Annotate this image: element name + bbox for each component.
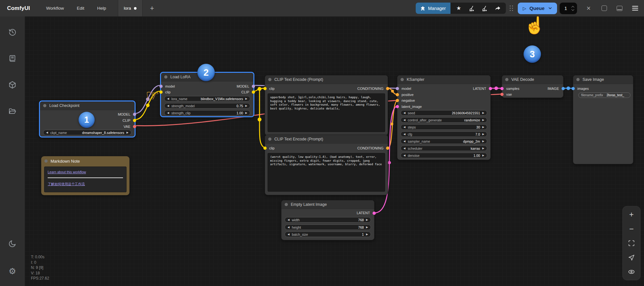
widget-right-arrow-icon[interactable]: ▶ <box>482 126 484 129</box>
output-port-model[interactable] <box>133 113 136 116</box>
collapse-dot-icon[interactable] <box>164 75 167 79</box>
widget-left-arrow-icon[interactable]: ◀ <box>167 105 169 107</box>
output-port-latent[interactable] <box>373 212 376 215</box>
theme-toggle-moon-icon[interactable] <box>6 237 19 250</box>
toggle-link-visibility-eye-button[interactable] <box>627 267 636 277</box>
node-empty-latent-image[interactable]: Empty Latent Image LATENT ◀ width 768 ▶ … <box>281 200 374 240</box>
output-port-clip[interactable] <box>133 119 136 122</box>
menu-workflow[interactable]: Workflow <box>43 4 67 13</box>
zoom-in-button[interactable]: + <box>627 210 636 219</box>
widget-width[interactable]: ◀ width 768 ▶ <box>285 217 371 223</box>
output-port-conditioning[interactable] <box>386 147 389 150</box>
widget-denoise[interactable]: ◀ denoise 1.00 ▶ <box>401 153 487 158</box>
output-port-image[interactable] <box>562 87 565 90</box>
node-header[interactable]: Markdown Note <box>41 156 129 166</box>
output-port-conditioning[interactable] <box>386 87 389 90</box>
empty-panel-icon[interactable] <box>600 5 608 12</box>
widget-right-arrow-icon[interactable]: ▶ <box>482 133 484 136</box>
widget-right-arrow-icon[interactable]: ▶ <box>482 112 484 114</box>
node-header[interactable]: KSampler <box>397 75 490 84</box>
node-header[interactable]: VAE Decode <box>502 75 563 84</box>
queue-button[interactable]: ▷ Queue <box>518 3 557 14</box>
node-ksampler[interactable]: KSampler model positive negative latent_… <box>397 75 491 160</box>
collapse-dot-icon[interactable] <box>44 159 48 163</box>
widget-right-arrow-icon[interactable]: ▶ <box>482 119 484 121</box>
collapse-dot-icon[interactable] <box>268 78 271 81</box>
new-workflow-button[interactable]: + <box>147 4 157 13</box>
menu-edit[interactable]: Edit <box>74 4 88 13</box>
widget-left-arrow-icon[interactable]: ◀ <box>403 119 405 121</box>
input-port-clip[interactable] <box>263 87 267 90</box>
widget-right-arrow-icon[interactable]: ▶ <box>482 147 484 150</box>
widget-right-arrow-icon[interactable]: ▶ <box>245 112 247 114</box>
widget-batch-size[interactable]: ◀ batch_size 1 ▶ <box>285 232 371 237</box>
clear-queue-icon[interactable]: × <box>585 5 592 12</box>
workflow-tab[interactable]: lora <box>118 0 143 16</box>
widget-left-arrow-icon[interactable]: ◀ <box>403 126 405 129</box>
output-port-clip[interactable] <box>252 91 255 94</box>
input-port-samples[interactable] <box>500 87 504 90</box>
input-port-clip[interactable] <box>159 91 163 94</box>
widget-left-arrow-icon[interactable]: ◀ <box>167 112 169 114</box>
node-header[interactable]: CLIP Text Encode (Prompt) <box>265 135 388 144</box>
input-port-latent-image[interactable] <box>396 105 399 108</box>
node-header[interactable]: Load Checkpoint <box>40 101 135 110</box>
widget-left-arrow-icon[interactable]: ◀ <box>403 133 405 136</box>
node-markdown-note[interactable]: Markdown Note Learn about this workflow … <box>41 156 129 195</box>
widget-right-arrow-icon[interactable]: ▶ <box>366 226 368 229</box>
widget-left-arrow-icon[interactable]: ◀ <box>288 219 289 221</box>
input-port-clip[interactable] <box>263 147 267 150</box>
hamburger-menu-icon[interactable] <box>631 5 639 12</box>
widget-right-arrow-icon[interactable]: ▶ <box>245 105 247 107</box>
widget-strength-model[interactable]: ◀ strength_model 0.75 ▶ <box>164 103 250 109</box>
widget-left-arrow-icon[interactable]: ◀ <box>167 98 169 100</box>
widget-right-arrow-icon[interactable]: ▶ <box>366 233 368 236</box>
share-icon[interactable] <box>492 4 503 13</box>
widget-right-arrow-icon[interactable]: ▶ <box>482 154 484 157</box>
input-port-positive[interactable] <box>396 93 399 96</box>
node-header[interactable]: Save Image <box>573 75 633 84</box>
widget-ckpt-name[interactable]: ◀ ckpt_name dreamshaper_8.safetensors ▶ <box>43 130 131 135</box>
collapse-dot-icon[interactable] <box>505 78 508 81</box>
toolbar-drag-handle-icon[interactable] <box>510 5 513 11</box>
node-save-image[interactable]: Save Image images filename_prefix 2loras… <box>573 75 633 164</box>
widget-seed[interactable]: ◀ seed 261660645921551 ▶ <box>401 110 487 116</box>
widget-right-arrow-icon[interactable]: ▶ <box>245 98 247 100</box>
node-library-icon[interactable] <box>6 52 19 65</box>
input-port-vae[interactable] <box>500 93 504 96</box>
menu-help[interactable]: Help <box>94 4 109 13</box>
batch-count-stepper[interactable]: 1 <box>560 3 577 14</box>
node-clip-text-encode-positive[interactable]: CLIP Text Encode (Prompt) clip CONDITION… <box>265 75 388 136</box>
input-port-images[interactable] <box>572 87 575 90</box>
node-header[interactable]: CLIP Text Encode (Prompt) <box>265 75 388 84</box>
settings-gear-icon[interactable]: ⚙ <box>6 265 19 278</box>
widget-left-arrow-icon[interactable]: ◀ <box>46 131 48 134</box>
vacuum-icon-2[interactable] <box>479 4 490 13</box>
output-port-model[interactable] <box>252 85 255 88</box>
widget-cfg[interactable]: ◀ cfg 7.0 ▶ <box>401 131 487 137</box>
bottom-panel-icon[interactable] <box>616 5 623 12</box>
chevron-up-icon[interactable] <box>571 6 575 8</box>
widget-left-arrow-icon[interactable]: ◀ <box>288 233 289 236</box>
queue-history-icon[interactable] <box>6 25 19 38</box>
widget-right-arrow-icon[interactable]: ▶ <box>127 131 128 134</box>
widget-sampler-name[interactable]: ◀ sampler_name dpmpp_2m ▶ <box>401 138 487 144</box>
widget-left-arrow-icon[interactable]: ◀ <box>288 226 289 229</box>
input-port-negative[interactable] <box>396 99 399 102</box>
output-port-vae[interactable] <box>133 125 136 128</box>
collapse-dot-icon[interactable] <box>43 104 46 107</box>
star-icon[interactable]: ★ <box>453 4 465 13</box>
manager-button[interactable]: Manager <box>416 3 450 14</box>
output-port-latent[interactable] <box>489 87 492 90</box>
chevron-down-icon[interactable] <box>571 9 575 11</box>
model-library-icon[interactable] <box>6 78 19 91</box>
widget-left-arrow-icon[interactable]: ◀ <box>403 140 405 143</box>
node-header[interactable]: Empty Latent Image <box>281 200 374 209</box>
prompt-textarea[interactable]: (worst quality, low quality:1.4), (bad a… <box>268 153 385 192</box>
widget-height[interactable]: ◀ height 768 ▶ <box>285 224 371 230</box>
collapse-dot-icon[interactable] <box>401 78 404 81</box>
collapse-dot-icon[interactable] <box>285 203 288 206</box>
widget-filename-prefix[interactable]: filename_prefix 2loras_test_ <box>578 92 630 98</box>
widget-control-after-generate[interactable]: ◀ control_after_generate randomize ▶ <box>401 117 487 123</box>
widget-lora-name[interactable]: ◀ lora_name blindbox_V1Mix.safetensors ▶ <box>164 96 250 101</box>
